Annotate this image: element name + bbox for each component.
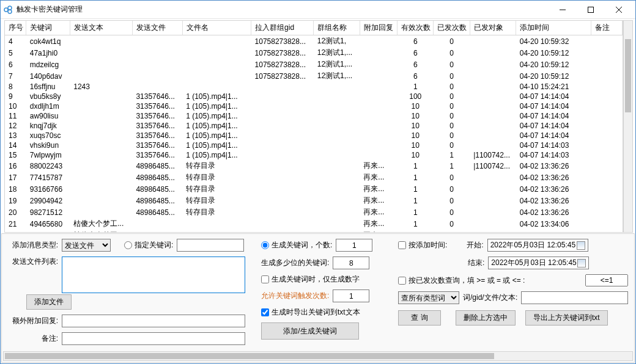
column-header[interactable]: 添加时间 bbox=[516, 21, 591, 35]
table-row[interactable]: 168800224348986485...转存目录再来...11|1100742… bbox=[5, 160, 623, 172]
msgtype-label: 添加消息类型: bbox=[8, 240, 58, 250]
svg-rect-4 bbox=[588, 7, 594, 12]
table-row[interactable]: 192990494248986485...转存目录再来...1004-02 13… bbox=[5, 195, 623, 206]
table-row[interactable]: 2149465680枯傻大个梦工...再来...1004-02 13:34:06 bbox=[5, 218, 623, 230]
column-header[interactable]: 发送文本 bbox=[70, 21, 132, 35]
svg-point-0 bbox=[4, 8, 8, 12]
data-table-container: 序号关键词发送文本发送文件文件名拉入群组gid群组名称附加回复有效次数已发次数已… bbox=[4, 20, 623, 233]
svg-point-1 bbox=[8, 6, 12, 10]
end-date-picker[interactable]: 2022年05月03日 12:05:45 bbox=[488, 257, 589, 269]
form-panel: 添加消息类型: 发送文件 指定关键词: 发送文件列表: 添加文件 额外附加回复:… bbox=[1, 233, 635, 363]
filter-label: 词/gid/文件/文本: bbox=[463, 293, 517, 303]
vertical-scrollbar[interactable] bbox=[623, 20, 633, 233]
export-on-gen-checkbox[interactable]: 生成时导出关键词到txt文本 bbox=[261, 307, 360, 318]
table-row[interactable]: 4cok4wt1q10758273828...12测试1,6004-20 10:… bbox=[5, 35, 623, 48]
filelist-input[interactable] bbox=[62, 257, 245, 293]
calendar-icon bbox=[577, 241, 585, 250]
table-row[interactable]: 9vbu5ks8y31357646...1 (105).mp4|1...1000… bbox=[5, 92, 623, 101]
minimize-button[interactable] bbox=[549, 1, 577, 19]
extra-reply-input[interactable] bbox=[62, 315, 245, 327]
by-sent-count-checkbox[interactable]: 按已发次数查询，填 >= 或 = 或 <= : bbox=[398, 275, 525, 286]
delete-selected-button[interactable]: 删除上方选中 bbox=[456, 310, 516, 326]
table-row[interactable]: 547a1jhi010758273828...12测试1,...6004-20 … bbox=[5, 47, 623, 59]
window-title: 触发卡密关键词管理 bbox=[17, 4, 549, 15]
column-header[interactable]: 群组名称 bbox=[314, 21, 360, 35]
maximize-button[interactable] bbox=[577, 1, 605, 19]
filter-input[interactable] bbox=[521, 291, 628, 304]
title-bar: 触发卡密关键词管理 bbox=[1, 1, 635, 19]
table-row[interactable]: 7140p6dav10758273828...12测试1,...6004-20 … bbox=[5, 70, 623, 82]
app-icon bbox=[3, 5, 13, 15]
add-file-button[interactable]: 添加文件 bbox=[26, 294, 72, 310]
radio-generate-keyword[interactable]: 生成关键词，个数: bbox=[261, 240, 332, 250]
table-row[interactable]: 13xuqs70sc31357646...1 (105).mp4|1...100… bbox=[5, 131, 623, 140]
column-header[interactable]: 序号 bbox=[5, 21, 26, 35]
column-header[interactable]: 有效次数 bbox=[398, 21, 434, 35]
sent-count-input[interactable] bbox=[585, 274, 628, 286]
add-generate-button[interactable]: 添加/生成关键词 bbox=[261, 322, 359, 340]
table-row[interactable]: 10dxdljh1m31357646...1 (105).mp4|1...100… bbox=[5, 101, 623, 111]
column-header[interactable]: 已发对象 bbox=[470, 21, 516, 35]
gen-length-input[interactable] bbox=[333, 257, 369, 269]
remark-label: 备注: bbox=[8, 333, 58, 344]
column-header[interactable]: 拉入群组gid bbox=[251, 21, 314, 35]
msgtype-select[interactable]: 发送文件 bbox=[62, 239, 111, 252]
start-label: 开始: bbox=[467, 240, 483, 250]
gen-count-input[interactable] bbox=[336, 239, 372, 252]
table-row[interactable]: 177741578748986485...转存目录再来...1004-02 13… bbox=[5, 172, 623, 183]
allow-trigger-input[interactable] bbox=[333, 289, 369, 302]
data-table[interactable]: 序号关键词发送文本发送文件文件名拉入群组gid群组名称附加回复有效次数已发次数已… bbox=[5, 21, 623, 233]
svg-point-2 bbox=[8, 10, 12, 13]
column-header[interactable]: 附加回复 bbox=[360, 21, 397, 35]
table-row[interactable]: 14vhski9un31357646...1 (105).mp4|1...100… bbox=[5, 140, 623, 150]
column-header[interactable]: 发送文件 bbox=[132, 21, 182, 35]
horizontal-scrollbar[interactable] bbox=[3, 351, 633, 361]
column-header[interactable]: 文件名 bbox=[182, 21, 251, 35]
allow-trigger-label: 允许关键词触发次数: bbox=[261, 291, 329, 301]
export-txt-button[interactable]: 导出上方关键词到txt bbox=[525, 310, 608, 326]
table-row[interactable]: 11aw90lisu31357646...1 (105).mp4|1...100… bbox=[5, 111, 623, 121]
by-add-time-checkbox[interactable]: 按添加时间: bbox=[398, 240, 447, 250]
specify-keyword-input[interactable] bbox=[177, 239, 244, 252]
table-row[interactable]: 157wlpwyjm31357646...1 (105).mp4|1...101… bbox=[5, 150, 623, 160]
calendar-icon bbox=[577, 259, 586, 268]
gen-length-label: 生成多少位的关键词: bbox=[261, 258, 329, 268]
table-row[interactable]: 209827151248986485...转存目录再来...1004-02 13… bbox=[5, 206, 623, 218]
type-filter-select[interactable]: 查所有类型词 bbox=[398, 291, 459, 304]
filelist-label: 发送文件列表: bbox=[8, 257, 58, 267]
table-row[interactable]: 6mdzeilcg10758273828...12测试1,...6004-20 … bbox=[5, 59, 623, 70]
end-label: 结束: bbox=[468, 258, 484, 268]
table-row[interactable]: 189316676648986485...转存目录再来...1004-02 13… bbox=[5, 183, 623, 195]
radio-specify-keyword[interactable]: 指定关键词: bbox=[124, 240, 173, 250]
column-header[interactable]: 关键词 bbox=[26, 21, 70, 35]
table-row[interactable]: 2286223083枯傻大个梦工...再来...1004-02 13:34:06 bbox=[5, 230, 623, 233]
gen-digits-only-checkbox[interactable]: 生成关键词时，仅生成数字 bbox=[261, 274, 360, 285]
remark-input[interactable] bbox=[62, 332, 245, 345]
column-header[interactable]: 备注 bbox=[591, 21, 622, 35]
start-date-picker[interactable]: 2022年05月03日 12:05:45 bbox=[487, 239, 588, 252]
table-row[interactable]: 816sffjnu12431004-10 15:24:21 bbox=[5, 82, 623, 92]
column-header[interactable]: 已发次数 bbox=[434, 21, 470, 35]
table-row[interactable]: 12knqj7djk31357646...1 (105).mp4|1...100… bbox=[5, 121, 623, 131]
extra-reply-label: 额外附加回复: bbox=[8, 316, 58, 326]
close-button[interactable] bbox=[605, 1, 633, 19]
query-button[interactable]: 查 询 bbox=[398, 310, 441, 326]
